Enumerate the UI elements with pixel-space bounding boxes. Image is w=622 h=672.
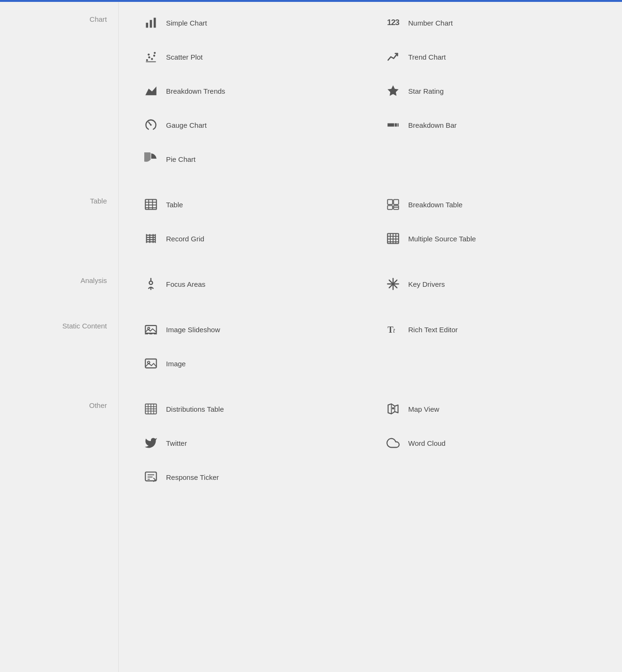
static-content-category-label: Static Content bbox=[62, 322, 107, 388]
gauge-chart-item[interactable]: Gauge Chart bbox=[128, 108, 370, 142]
chart-category-label: Chart bbox=[89, 15, 107, 184]
scatter-icon bbox=[142, 48, 159, 65]
twitter-icon bbox=[142, 434, 159, 451]
ticker-icon bbox=[142, 469, 159, 486]
area-icon bbox=[142, 82, 159, 99]
scatter-plot-label: Scatter Plot bbox=[166, 53, 203, 61]
breakdown-bar-item[interactable]: Breakdown Bar bbox=[370, 108, 613, 142]
table-category-label: Table bbox=[90, 197, 107, 263]
svg-point-74 bbox=[392, 407, 394, 410]
svg-point-3 bbox=[146, 59, 148, 61]
image-slideshow-icon bbox=[142, 321, 159, 338]
table-icon bbox=[142, 196, 159, 213]
svg-rect-15 bbox=[395, 124, 397, 127]
cloud-icon bbox=[385, 434, 402, 451]
svg-rect-63 bbox=[145, 359, 156, 368]
breakdown-bar-label: Breakdown Bar bbox=[408, 121, 457, 129]
svg-point-5 bbox=[151, 58, 153, 60]
rich-text-editor-item[interactable]: T t Rich Text Editor bbox=[370, 312, 613, 346]
static-content-section: Static Content bbox=[0, 309, 622, 388]
breakdown-table-icon bbox=[385, 196, 402, 213]
pie-chart-label: Pie Chart bbox=[166, 155, 196, 163]
rich-text-editor-label: Rich Text Editor bbox=[408, 326, 458, 334]
trend-icon bbox=[385, 48, 402, 65]
svg-rect-14 bbox=[387, 124, 394, 127]
table-label: Table bbox=[166, 201, 183, 209]
svg-point-8 bbox=[154, 52, 156, 54]
breakdown-trends-label: Breakdown Trends bbox=[166, 87, 225, 95]
map-icon bbox=[385, 400, 402, 417]
other-section: Other bbox=[0, 388, 622, 672]
breakdown-bar-icon bbox=[385, 116, 402, 133]
focus-areas-label: Focus Areas bbox=[166, 280, 205, 288]
distributions-table-label: Distributions Table bbox=[166, 405, 224, 413]
svg-point-6 bbox=[148, 53, 149, 55]
map-view-item[interactable]: Map View bbox=[370, 392, 613, 426]
svg-point-13 bbox=[150, 124, 152, 126]
breakdown-table-label: Breakdown Table bbox=[408, 201, 463, 209]
multi-table-icon bbox=[385, 230, 402, 247]
response-ticker-item[interactable]: Response Ticker bbox=[128, 460, 370, 494]
focus-areas-item[interactable]: Focus Areas bbox=[128, 267, 370, 301]
simple-chart-label: Simple Chart bbox=[166, 19, 207, 27]
scatter-plot-item[interactable]: Scatter Plot bbox=[128, 40, 370, 74]
number-chart-item[interactable]: 123 Number Chart bbox=[370, 6, 613, 40]
svg-rect-27 bbox=[387, 205, 393, 209]
image-label: Image bbox=[166, 360, 186, 368]
svg-rect-26 bbox=[394, 200, 399, 205]
key-drivers-icon bbox=[385, 275, 402, 292]
svg-rect-1 bbox=[150, 20, 152, 27]
svg-rect-2 bbox=[154, 18, 156, 28]
svg-point-7 bbox=[153, 55, 155, 57]
bar-chart-icon bbox=[142, 14, 159, 31]
image-icon bbox=[142, 355, 159, 372]
other-category-label: Other bbox=[89, 401, 107, 672]
svg-marker-11 bbox=[387, 85, 398, 96]
focus-icon bbox=[142, 275, 159, 292]
star-icon bbox=[385, 82, 402, 99]
response-ticker-label: Response Ticker bbox=[166, 473, 219, 481]
star-rating-item[interactable]: Star Rating bbox=[370, 74, 613, 108]
breakdown-trends-item[interactable]: Breakdown Trends bbox=[128, 74, 370, 108]
record-grid-item[interactable]: Record Grid bbox=[128, 221, 370, 256]
star-rating-label: Star Rating bbox=[408, 87, 444, 95]
gauge-chart-label: Gauge Chart bbox=[166, 121, 207, 129]
map-view-label: Map View bbox=[408, 405, 439, 413]
trend-chart-label: Trend Chart bbox=[408, 53, 446, 61]
pie-icon bbox=[142, 150, 159, 168]
pie-chart-item[interactable]: Pie Chart bbox=[128, 142, 370, 176]
rich-text-icon: T t bbox=[385, 321, 402, 338]
table-section: Table bbox=[0, 184, 622, 263]
word-cloud-item[interactable]: Word Cloud bbox=[370, 426, 613, 460]
number-chart-label: Number Chart bbox=[408, 19, 453, 27]
twitter-item[interactable]: Twitter bbox=[128, 426, 370, 460]
svg-rect-16 bbox=[397, 124, 398, 127]
svg-point-4 bbox=[148, 56, 150, 58]
svg-marker-10 bbox=[145, 87, 156, 96]
svg-rect-0 bbox=[146, 23, 149, 28]
distributions-table-item[interactable]: Distributions Table bbox=[128, 392, 370, 426]
image-item[interactable]: Image bbox=[128, 346, 370, 380]
distributions-icon bbox=[142, 400, 159, 417]
record-grid-label: Record Grid bbox=[166, 235, 204, 243]
number-icon: 123 bbox=[385, 14, 402, 31]
breakdown-table-item[interactable]: Breakdown Table bbox=[370, 187, 613, 221]
analysis-category-label: Analysis bbox=[80, 276, 107, 309]
multiple-source-table-item[interactable]: Multiple Source Table bbox=[370, 221, 613, 256]
trend-chart-item[interactable]: Trend Chart bbox=[370, 40, 613, 74]
multiple-source-table-label: Multiple Source Table bbox=[408, 235, 476, 243]
image-slideshow-label: Image Slideshow bbox=[166, 326, 220, 334]
svg-rect-56 bbox=[145, 326, 156, 333]
svg-text:t: t bbox=[393, 326, 395, 334]
table-item[interactable]: Table bbox=[128, 187, 370, 221]
svg-point-55 bbox=[392, 283, 394, 285]
twitter-label: Twitter bbox=[166, 439, 187, 447]
word-cloud-label: Word Cloud bbox=[408, 439, 446, 447]
key-drivers-label: Key Drivers bbox=[408, 280, 445, 288]
key-drivers-item[interactable]: Key Drivers bbox=[370, 267, 613, 301]
analysis-section: Analysis Focus Area bbox=[0, 263, 622, 309]
simple-chart-item[interactable]: Simple Chart bbox=[128, 6, 370, 40]
image-slideshow-item[interactable]: Image Slideshow bbox=[128, 312, 370, 346]
record-grid-icon bbox=[142, 230, 159, 247]
svg-rect-25 bbox=[387, 200, 393, 205]
